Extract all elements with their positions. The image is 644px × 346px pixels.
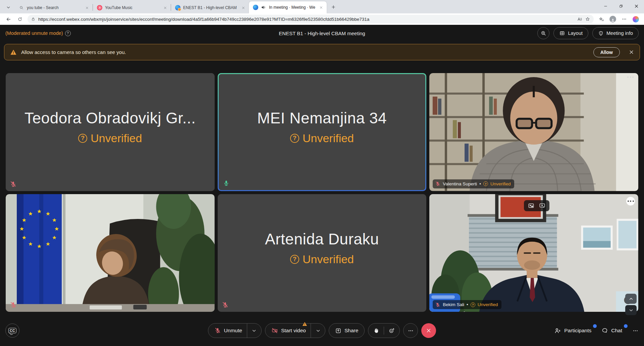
mic-on-icon — [223, 180, 230, 187]
browser-toolbar: https://ecconf.webex.com/wbxmjs/joinserv… — [0, 13, 644, 25]
participant-video — [429, 73, 638, 191]
more-options-icon — [408, 328, 414, 334]
more-options-button[interactable] — [403, 323, 418, 338]
zoom-search-button[interactable] — [537, 27, 549, 39]
video-tile-artenida[interactable]: Artenida Duraku ? Unverified — [218, 194, 427, 312]
profile-avatar[interactable] — [608, 14, 618, 24]
address-bar[interactable]: https://ecconf.webex.com/wbxmjs/joinserv… — [28, 15, 594, 23]
participant-label: Valentina Superti • ? Unverified — [433, 179, 514, 188]
participants-icon — [554, 327, 561, 334]
webex-icon — [253, 5, 258, 10]
tile-more-options-icon[interactable] — [627, 76, 634, 78]
chat-button[interactable]: Chat — [601, 327, 622, 334]
unmute-button[interactable]: Unmute — [208, 324, 247, 338]
refresh-button[interactable] — [15, 14, 25, 24]
tab-close-icon[interactable] — [318, 4, 324, 10]
restore-button[interactable] — [613, 0, 629, 12]
start-video-split-button: Start video — [265, 323, 325, 338]
reactions-pill — [368, 323, 400, 338]
layout-grid-icon — [559, 30, 565, 36]
participant-name: Bekim Sali — [443, 302, 464, 307]
chat-icon — [601, 327, 608, 334]
collections-icon[interactable] — [596, 14, 606, 24]
closed-captions-button[interactable]: CC — [5, 324, 19, 338]
tile-more-options-icon[interactable] — [626, 197, 635, 206]
minimize-button[interactable] — [598, 0, 613, 12]
question-circle-icon: ? — [290, 255, 299, 264]
tab-youtube-search[interactable]: you tube - Search — [15, 2, 93, 13]
participant-label: Bekim Sali • ? Unverified — [433, 300, 501, 309]
video-tile-teodora[interactable]: Teodora Obradovikj Gr... ? Unverified — [6, 73, 215, 191]
browser-tab-strip: you tube - Search YouTube Music ENEST B1… — [0, 0, 644, 13]
banner-message: Allow access to camera so others can see… — [21, 49, 589, 55]
read-aloud-icon[interactable] — [577, 16, 582, 22]
camera-permission-banner: Allow access to camera so others can see… — [4, 44, 640, 60]
participant-scroll-controls — [625, 294, 637, 315]
smiley-reaction-icon — [388, 327, 395, 334]
mic-muted-icon — [10, 301, 17, 308]
participants-button[interactable]: Participants — [554, 327, 591, 334]
mic-muted-icon — [10, 181, 17, 188]
mic-muted-icon — [435, 302, 440, 307]
close-window-button[interactable] — [629, 0, 644, 12]
shield-icon — [598, 31, 604, 36]
raise-hand-icon — [373, 328, 379, 334]
panel-more-options-button[interactable] — [632, 328, 639, 334]
mic-muted-icon — [435, 181, 440, 186]
question-circle-icon: ? — [78, 134, 87, 143]
raise-hand-button[interactable] — [368, 328, 384, 334]
lock-icon[interactable] — [31, 17, 36, 21]
warning-icon — [10, 49, 17, 56]
meeting-control-bar: CC Unmute Start video — [0, 320, 644, 341]
participant-name: MEI Nemanjina 34 — [257, 109, 387, 127]
video-grid: Teodora Obradovikj Gr... ? Unverified ME… — [6, 73, 638, 312]
browser-menu-icon[interactable] — [619, 14, 629, 24]
cc-icon: CC — [8, 328, 16, 333]
webex-meeting-app: (Moderated unmute mode) ? ENEST B1 - Hig… — [0, 25, 644, 346]
share-button[interactable]: Share — [329, 323, 365, 338]
copilot-icon[interactable] — [631, 14, 641, 24]
tab-close-icon[interactable] — [240, 5, 246, 11]
tab-title: you tube - Search — [27, 5, 81, 10]
video-options-chevron[interactable] — [311, 324, 325, 338]
meeting-top-bar: (Moderated unmute mode) ? ENEST B1 - Hig… — [0, 25, 644, 42]
tab-in-meeting-active[interactable]: In meeting · Meeting · Webe — [249, 1, 327, 13]
search-icon — [19, 5, 24, 10]
scroll-down-button[interactable] — [625, 305, 637, 315]
participants-notification-dot — [593, 324, 597, 328]
tab-close-icon[interactable] — [84, 5, 90, 11]
picture-in-picture-icon[interactable] — [528, 203, 534, 209]
mic-muted-icon — [214, 327, 221, 334]
tab-webex-cbam[interactable]: ENEST B1 - High-level CBAM mee — [171, 2, 249, 13]
participant-video — [429, 194, 638, 312]
audio-options-chevron[interactable] — [247, 324, 261, 338]
meeting-info-button[interactable]: Meeting info — [592, 27, 639, 39]
participant-name: Teodora Obradovikj Gr... — [24, 109, 196, 127]
video-tile-valentina[interactable]: Valentina Superti • ? Unverified — [429, 73, 638, 191]
tab-youtube-music[interactable]: YouTube Music — [93, 2, 171, 13]
scroll-up-button[interactable] — [625, 294, 637, 304]
banner-close-icon[interactable] — [629, 49, 634, 55]
reactions-button[interactable] — [384, 327, 399, 334]
tab-audio-icon[interactable] — [261, 5, 266, 10]
video-tile-eu-office[interactable] — [6, 194, 215, 312]
unmute-split-button: Unmute — [208, 323, 262, 338]
allow-button[interactable]: Allow — [593, 47, 620, 57]
video-tile-bekim[interactable]: Bekim Sali • ? Unverified — [429, 194, 638, 312]
leave-meeting-button[interactable] — [421, 323, 436, 338]
tab-close-icon[interactable] — [162, 5, 168, 11]
unverified-badge: ? Unverified — [78, 132, 142, 145]
help-icon[interactable]: ? — [65, 31, 71, 36]
focus-video-icon[interactable] — [539, 203, 545, 209]
new-tab-button[interactable] — [329, 2, 338, 12]
layout-button[interactable]: Layout — [553, 27, 588, 39]
moderated-unmute-mode: (Moderated unmute mode) ? — [5, 31, 71, 36]
url-text[interactable]: https://ecconf.webex.com/wbxmjs/joinserv… — [38, 17, 574, 22]
tab-search-dropdown[interactable] — [3, 2, 14, 13]
tile-hover-controls — [524, 200, 549, 211]
screen: you tube - Search YouTube Music ENEST B1… — [0, 0, 644, 346]
video-tile-mei-nemanjina[interactable]: MEI Nemanjina 34 ? Unverified — [218, 73, 427, 191]
youtube-music-icon — [97, 5, 102, 10]
favorite-star-icon[interactable] — [585, 16, 590, 22]
back-button[interactable] — [3, 14, 13, 24]
